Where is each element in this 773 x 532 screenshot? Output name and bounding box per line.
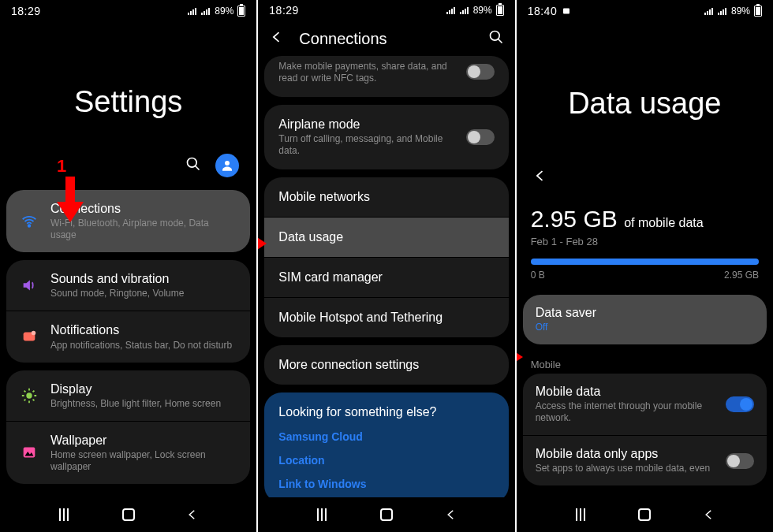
signal-icon [188, 7, 197, 15]
toggle-mobile-data[interactable] [726, 396, 754, 412]
settings-item-sounds[interactable]: Sounds and vibration Sound mode, Rington… [6, 260, 250, 311]
toggle-airplane[interactable] [466, 129, 495, 145]
item-sub: Home screen wallpaper, Lock screen wallp… [50, 449, 236, 473]
nav-home-icon[interactable] [121, 507, 136, 523]
nav-back-icon[interactable] [443, 507, 459, 523]
connections-header: Connections [258, 20, 514, 56]
signal-icon [446, 6, 456, 14]
item-title: Mobile networks [278, 190, 494, 204]
item-state: Off [536, 322, 754, 333]
screenshot-icon [562, 6, 571, 16]
nav-back-icon[interactable] [701, 507, 717, 523]
item-title: Data saver [536, 306, 754, 320]
account-icon[interactable] [215, 154, 239, 177]
section-label: Mobile [517, 352, 773, 374]
toggle-nfc[interactable] [466, 64, 495, 80]
signal-icon [460, 6, 469, 14]
status-time: 18:29 [269, 4, 446, 17]
nav-back-icon[interactable] [185, 507, 200, 523]
volume-icon [21, 277, 38, 294]
svg-point-7 [32, 331, 36, 336]
notifications-icon [21, 328, 38, 345]
nav-recents-icon[interactable] [314, 507, 330, 523]
item-title: Data usage [278, 230, 494, 244]
item-sub: Set apps to always use mobile data, even [536, 463, 715, 474]
settings-item-notifications[interactable]: Notifications App notifications, Status … [6, 311, 250, 362]
nav-home-icon[interactable] [637, 507, 652, 523]
looking-for-block: Looking for something else? Samsung Clou… [264, 392, 508, 503]
display-icon [21, 387, 38, 404]
battery-icon [754, 6, 762, 17]
battery-pct: 89% [731, 6, 750, 17]
item-title: Mobile Hotspot and Tethering [278, 311, 494, 325]
link-samsung-cloud[interactable]: Samsung Cloud [278, 430, 494, 443]
usage-amount: 2.95 GB [531, 206, 618, 232]
battery-icon [496, 5, 504, 16]
wifi-icon [21, 213, 38, 230]
status-bar: 18:40 89% [517, 0, 773, 22]
svg-point-8 [26, 392, 32, 398]
settings-item-wallpaper[interactable]: Wallpaper Home screen wallpaper, Lock sc… [6, 421, 250, 484]
mobile-networks-item[interactable]: Mobile networks [264, 177, 508, 217]
nfc-item[interactable]: Make mobile payments, share data, and re… [264, 56, 508, 97]
screen-data-usage: 18:40 89% Data usage 2.95 GB of mobile d… [517, 0, 773, 532]
link-windows[interactable]: Link to Windows [278, 478, 494, 490]
page-title: Connections [299, 30, 473, 48]
wallpaper-icon [21, 444, 38, 461]
back-icon[interactable] [532, 168, 759, 187]
search-icon[interactable] [488, 29, 504, 48]
svg-line-15 [33, 390, 35, 392]
usage-bar [531, 259, 759, 265]
back-icon[interactable] [269, 29, 285, 48]
status-bar: 18:29 89% [258, 0, 514, 20]
item-title: Mobile data only apps [536, 447, 715, 461]
item-title: Sounds and vibration [50, 271, 236, 286]
airplane-item[interactable]: Airplane mode Turn off calling, messagin… [264, 105, 508, 169]
nav-recents-icon[interactable] [573, 507, 588, 523]
item-title: Airplane mode [278, 117, 456, 132]
page-title: Settings [0, 85, 256, 119]
usage-range: Feb 1 - Feb 28 [531, 236, 759, 247]
page-title: Data usage [517, 87, 773, 121]
item-sub: Turn off calling, messaging, and Mobile … [278, 133, 456, 157]
svg-line-16 [24, 399, 26, 400]
nav-home-icon[interactable] [379, 507, 394, 523]
nav-bar [0, 497, 256, 532]
screen-settings: 18:29 89% Settings 1 Connections Wi-Fi, … [0, 0, 256, 532]
settings-item-connections[interactable]: Connections Wi-Fi, Bluetooth, Airplane m… [6, 190, 250, 252]
signal-icon [201, 7, 211, 15]
status-bar: 18:29 89% [0, 0, 256, 22]
item-title: Mobile data [536, 385, 715, 399]
item-sub: App notifications, Status bar, Do not di… [50, 340, 236, 352]
data-usage-item[interactable]: Data usage [264, 217, 508, 257]
svg-line-20 [498, 39, 502, 43]
data-usage-summary[interactable]: 2.95 GB of mobile data Feb 1 - Feb 28 0 … [531, 206, 759, 281]
item-title: Display [50, 381, 236, 396]
item-title: Connections [50, 201, 236, 216]
signal-icon [718, 7, 727, 15]
data-saver-item[interactable]: Data saver Off [523, 295, 767, 344]
search-icon[interactable] [185, 156, 201, 175]
status-right: 89% [188, 6, 245, 17]
sim-manager-item[interactable]: SIM card manager [264, 257, 508, 297]
usage-amount-sub: of mobile data [624, 216, 704, 229]
more-connection-item[interactable]: More connection settings [264, 345, 508, 385]
svg-point-2 [225, 161, 230, 166]
toggle-mobile-only[interactable] [726, 453, 754, 469]
svg-line-1 [196, 166, 200, 170]
hotspot-item[interactable]: Mobile Hotspot and Tethering [264, 297, 508, 337]
mobile-data-only-item[interactable]: Mobile data only apps Set apps to always… [523, 435, 767, 485]
svg-line-13 [24, 390, 26, 392]
battery-pct: 89% [473, 5, 492, 16]
svg-point-5 [28, 225, 31, 227]
battery-icon [237, 6, 245, 17]
item-sub: Access the internet through your mobile … [536, 400, 715, 424]
settings-item-display[interactable]: Display Brightness, Blue light filter, H… [6, 370, 250, 421]
battery-pct: 89% [215, 6, 233, 17]
link-location[interactable]: Location [278, 454, 494, 467]
nav-recents-icon[interactable] [56, 507, 72, 523]
item-title: Wallpaper [50, 433, 236, 448]
mobile-data-item[interactable]: Mobile data Access the internet through … [523, 374, 767, 435]
svg-rect-23 [563, 9, 569, 14]
item-title: Notifications [50, 322, 236, 337]
